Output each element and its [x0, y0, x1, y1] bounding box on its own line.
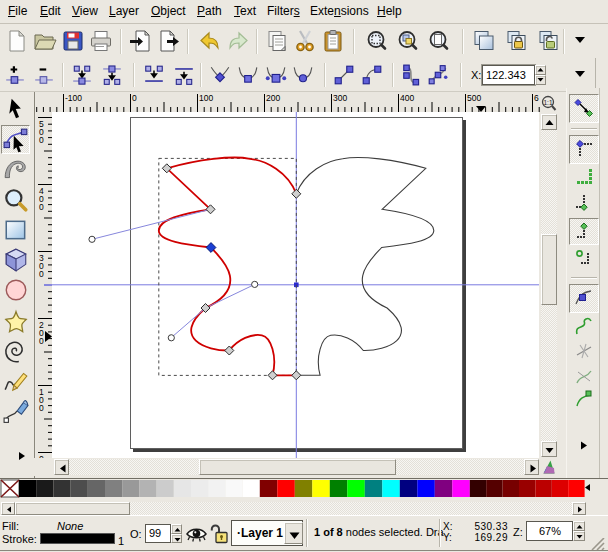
svg-text:0: 0: [132, 93, 137, 103]
svg-text:-100: -100: [65, 93, 82, 103]
svg-text:0: 0: [39, 202, 44, 212]
svg-text:6: 6: [534, 93, 539, 103]
svg-text:0: 0: [39, 403, 44, 413]
svg-text:500: 500: [467, 93, 481, 103]
svg-text:1:1: 1:1: [543, 99, 552, 106]
svg-text:0: 0: [39, 336, 44, 346]
svg-text:0: 0: [39, 135, 44, 145]
svg-text:100: 100: [199, 93, 213, 103]
svg-text:0: 0: [39, 269, 44, 279]
svg-text:200: 200: [266, 93, 280, 103]
svg-text:400: 400: [400, 93, 414, 103]
svg-text:300: 300: [333, 93, 347, 103]
